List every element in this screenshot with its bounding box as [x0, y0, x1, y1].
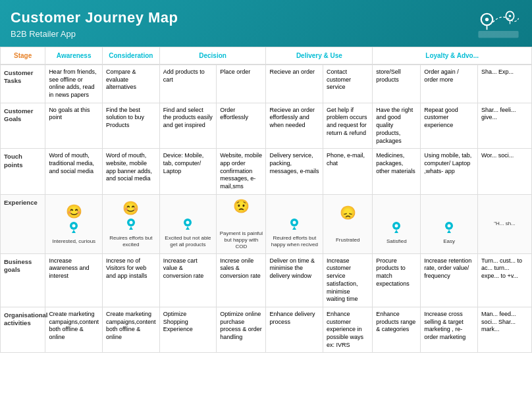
tp-loyalty1: Medicines, packages, other materials [373, 149, 421, 194]
svg-point-4 [509, 15, 512, 18]
page-subtitle: B2B Retailer App [11, 29, 521, 39]
col-consideration: Consideration [103, 47, 160, 65]
touch-points-label: Touch points [1, 149, 45, 194]
tp-consideration: Word of mouth, website, mobile app banne… [103, 149, 160, 194]
cg-decision2: Order effortlessly [217, 103, 266, 148]
journey-map-table: Stage Awareness Consideration Decision D… [0, 47, 532, 353]
business-goals-row: Business goals Increase awareness and in… [1, 253, 532, 307]
svg-marker-9 [72, 230, 76, 233]
oa-consideration: Create marketing campaigns,content both … [103, 307, 160, 352]
ct-delivery2: Contact customer service [323, 65, 373, 103]
cg-delivery2: Get help if problem occurs and request f… [323, 103, 373, 148]
col-loyalty: Loyalty & Advo... [373, 47, 532, 65]
header: Customer Journey Map B2B Retailer App [0, 0, 532, 47]
customer-goals-row: Customer Goals No goals at this point Fi… [1, 103, 532, 148]
oa-loyalty2: Increase cross selling & target marketin… [421, 307, 478, 352]
customer-tasks-row: Customer Tasks Hear from friends, see of… [1, 65, 532, 103]
page-title: Customer Journey Map [11, 9, 521, 26]
experience-row: Experience 😊 Interested, curious 😊 Reuir… [1, 194, 532, 253]
bg-delivery1: Deliver on time & minimise the delivery … [266, 253, 323, 307]
bg-awareness: Increase awareness and interest [45, 253, 103, 307]
svg-point-20 [395, 224, 398, 228]
col-decision: Decision [159, 47, 266, 65]
oa-decision2: Optimize online purchase process & order… [217, 307, 266, 352]
svg-point-17 [293, 221, 296, 224]
svg-marker-18 [292, 226, 296, 230]
bg-consideration: Increse no of Visitors for web and app i… [103, 253, 160, 307]
col-stage: Stage [1, 47, 45, 65]
svg-point-8 [72, 224, 76, 228]
oa-delivery2: Enhance customer experience in possible … [323, 307, 373, 352]
ct-delivery1: Recieve an order [266, 65, 323, 103]
cg-delivery1: Recieve an order effortlessly and when n… [266, 103, 323, 148]
oa-loyalty1: Enhance products range & categories [373, 307, 421, 352]
oa-loyalty3: Man... feed... soci... Shar... mark... [477, 307, 531, 352]
cg-loyalty1: Have the right and good quality products… [373, 103, 421, 148]
tp-awareness: Word of mouth, traditional media, and so… [45, 149, 103, 194]
cg-decision1: Find and select the products easily and … [159, 103, 217, 148]
exp-col9: "H... sh... [477, 194, 531, 253]
tp-delivery1: Delivery service, packing, messages, e-m… [266, 149, 323, 194]
tp-loyalty2: Using mobile, tab, computer/ Laptop ,wha… [421, 149, 478, 194]
organisational-row: Organisational activities Create marketi… [1, 307, 532, 352]
exp-col3: . Excited but not able get all products [159, 194, 217, 253]
ct-loyalty2: Order again / order more [421, 65, 478, 103]
bg-loyalty1: Procure products to match expectations [373, 253, 421, 307]
tp-decision2: Website, mobile app order confirmation m… [217, 149, 266, 194]
svg-marker-21 [394, 230, 398, 233]
cg-awareness: No goals at this point [45, 103, 103, 148]
exp-col2: 😊 Reuires efforts but excited [103, 194, 160, 253]
tp-decision1: Device: Mobile, tab, computer/ Laptop [159, 149, 217, 194]
oa-awareness: Create marketing campaigns,content both … [45, 307, 103, 352]
exp-col8: . Easy [421, 194, 478, 253]
organisational-label: Organisational activities [1, 307, 45, 352]
svg-rect-6 [478, 31, 518, 38]
ct-decision1: Add products to cart [159, 65, 217, 103]
bg-decision1: Increase cart value & conversion rate [159, 253, 217, 307]
ct-consideration: Compare & evaluate alternatives [103, 65, 160, 103]
col-awareness: Awareness [45, 47, 103, 65]
svg-point-1 [485, 18, 489, 21]
bg-loyalty3: Turn... cust... to ac... turn... expe...… [477, 253, 531, 307]
cg-loyalty2: Repeat good customer experience [421, 103, 478, 148]
customer-tasks-label: Customer Tasks [1, 65, 45, 103]
ct-awareness: Hear from friends, see offline or online… [45, 65, 103, 103]
svg-point-14 [186, 221, 190, 224]
exp-col5: . Reuired efforts but happy when recived [266, 194, 323, 253]
cg-consideration: Find the best solution to buy Products [103, 103, 160, 148]
oa-delivery1: Enhance delivery process [266, 307, 323, 352]
header-icon [475, 8, 521, 41]
ct-loyalty3: Sha... Exp... [477, 65, 531, 103]
bg-decision2: Increse onile sales & conversion rate [217, 253, 266, 307]
svg-point-23 [448, 224, 451, 228]
exp-col1: 😊 Interested, curious [45, 194, 103, 253]
touch-points-row: Touch points Word of mouth, traditional … [1, 149, 532, 194]
exp-col4: 😟 Payment is painful but happy with COD [217, 194, 266, 253]
exp-col6: 😞 Frustrated [323, 194, 373, 253]
col-delivery: Delivery & Use [266, 47, 373, 65]
experience-label: Experience [1, 194, 45, 253]
bg-delivery2: Increase customer service satisfaction, … [323, 253, 373, 307]
svg-point-11 [129, 221, 132, 224]
svg-marker-24 [447, 230, 451, 233]
svg-marker-12 [129, 226, 133, 230]
ct-decision2: Place order [217, 65, 266, 103]
svg-marker-15 [186, 226, 190, 230]
tp-loyalty3: Wor... soci... [477, 149, 531, 194]
ct-loyalty1: store/Sell products [373, 65, 421, 103]
business-goals-label: Business goals [1, 253, 45, 307]
cg-loyalty3: Shar... feeli... give... [477, 103, 531, 148]
bg-loyalty2: Increase retention rate, order value/ fr… [421, 253, 478, 307]
tp-delivery2: Phone, e-mail, chat [323, 149, 373, 194]
exp-col7: . Satisfied [373, 194, 421, 253]
oa-decision1: Optimize Shopping Experience [159, 307, 217, 352]
customer-goals-label: Customer Goals [1, 103, 45, 148]
